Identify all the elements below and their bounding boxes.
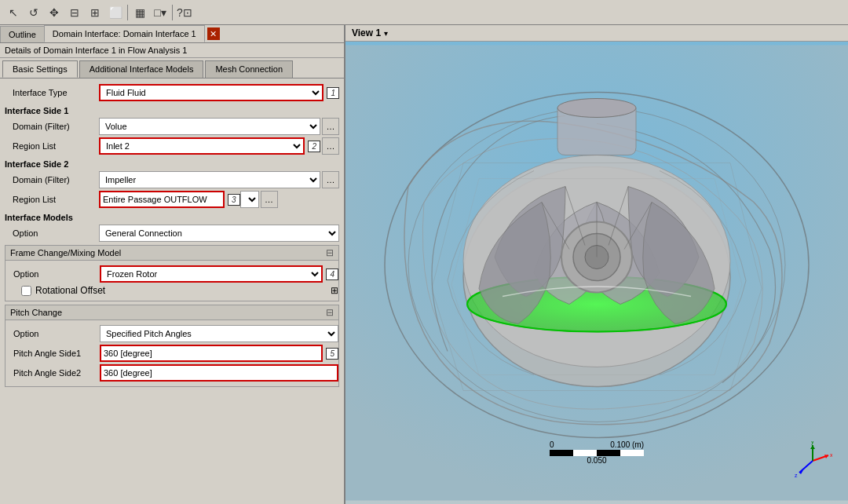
interface-type-label: Interface Type bbox=[13, 88, 99, 97]
frame-change-subsection: Frame Change/Mixing Model ⊟ Option Froze… bbox=[5, 245, 339, 301]
rotational-offset-row: Rotational Offset ⊞ bbox=[5, 285, 338, 296]
frame-change-option-row: Option Frozen Rotor 4 bbox=[5, 265, 338, 283]
rotational-offset-checkbox[interactable] bbox=[21, 286, 31, 296]
pitch-change-content: Option Specified Pitch Angles Pitch Angl… bbox=[5, 320, 338, 386]
axis-indicator: x y z bbox=[793, 441, 832, 480]
side1-region-dots-button[interactable]: … bbox=[322, 137, 339, 155]
interface-type-row: Interface Type Fluid Fluid 1 bbox=[5, 84, 339, 101]
pitch-side2-input[interactable] bbox=[100, 364, 338, 382]
interface-models-section-label: Interface Models bbox=[5, 213, 339, 222]
scale-bar-labels: 0 0.100 (m) bbox=[550, 440, 644, 449]
details-header: Details of Domain Interface 1 in Flow An… bbox=[0, 43, 344, 58]
scale-bar-line bbox=[550, 450, 644, 456]
zoom-fit-button[interactable]: ⬜ bbox=[105, 2, 126, 23]
pitch-side1-row: Pitch Angle Side1 5 bbox=[5, 345, 338, 362]
main-toolbar: ↖ ↺ ✥ ⊟ ⊞ ⬜ ▦ □▾ ?⊡ bbox=[0, 0, 848, 25]
pitch-side1-input[interactable] bbox=[100, 345, 323, 362]
tab-additional-label: Additional Interface Models bbox=[90, 64, 194, 74]
details-header-text: Details of Domain Interface 1 in Flow An… bbox=[5, 46, 187, 55]
view-dropdown-arrow[interactable]: ▾ bbox=[384, 29, 388, 38]
side1-domain-select[interactable]: Volue bbox=[99, 118, 320, 135]
side1-region-badge: 2 bbox=[308, 141, 320, 152]
side1-domain-control: Volue … bbox=[99, 118, 339, 135]
interface-type-control: Fluid Fluid 1 bbox=[99, 84, 339, 101]
svg-text:z: z bbox=[795, 473, 798, 478]
side2-domain-row: Domain (Filter) Impeller … bbox=[5, 171, 339, 188]
side2-region-row: Region List 3 … bbox=[5, 191, 339, 208]
scale-bar-label-right: 0.100 (m) bbox=[610, 440, 644, 449]
pitch-side2-label: Pitch Angle Side2 bbox=[13, 368, 100, 378]
pitch-side1-badge: 5 bbox=[326, 348, 338, 360]
side1-region-row: Region List Inlet 2 2 … bbox=[5, 137, 339, 155]
side2-region-label: Region List bbox=[13, 195, 99, 204]
toolbar-separator-2 bbox=[172, 5, 173, 20]
side2-region-control: 3 … bbox=[99, 191, 339, 208]
frame-change-option-label: Option bbox=[13, 269, 100, 279]
main-area: Outline Domain Interface: Domain Interfa… bbox=[0, 25, 848, 504]
frame-change-label: Frame Change/Mixing Model bbox=[10, 248, 121, 257]
domain-interface-tab-label: Domain Interface: Domain Interface 1 bbox=[53, 29, 196, 38]
tab-basic-settings[interactable]: Basic Settings bbox=[2, 60, 78, 78]
move-tool-button[interactable]: ✥ bbox=[44, 2, 64, 23]
view-label: View 1 bbox=[352, 27, 381, 38]
frame-change-content: Option Frozen Rotor 4 Rotational Offset … bbox=[5, 261, 338, 301]
scale-segment-white2 bbox=[620, 450, 644, 456]
pitch-side1-label: Pitch Angle Side1 bbox=[13, 349, 100, 358]
tab-additional-interface-models[interactable]: Additional Interface Models bbox=[79, 60, 204, 78]
side2-domain-dots-button[interactable]: … bbox=[322, 171, 339, 188]
svg-line-17 bbox=[799, 461, 813, 473]
side2-region-badge: 3 bbox=[228, 194, 240, 206]
frame-change-option-control: Frozen Rotor 4 bbox=[100, 265, 338, 283]
interface-models-option-control: General Connection bbox=[99, 225, 339, 242]
viewport[interactable]: 0 0.100 (m) 0.050 bbox=[345, 42, 848, 504]
rotational-offset-label: Rotational Offset bbox=[35, 285, 105, 296]
view-header: View 1 ▾ bbox=[345, 25, 848, 42]
zoom-out-button[interactable]: ⊟ bbox=[64, 2, 85, 23]
help-button[interactable]: ?⊡ bbox=[174, 2, 195, 23]
pitch-option-select[interactable]: Specified Pitch Angles bbox=[100, 325, 338, 342]
form-content: Interface Type Fluid Fluid 1 Interface S… bbox=[0, 79, 344, 504]
frame-change-badge: 4 bbox=[326, 268, 338, 280]
3d-mesh-svg bbox=[345, 42, 848, 504]
interface-models-option-select[interactable]: General Connection bbox=[99, 225, 339, 242]
rotational-offset-expand[interactable]: ⊞ bbox=[331, 285, 338, 296]
scale-bar-label-bottom: 0.050 bbox=[550, 456, 644, 465]
frame-change-toggle[interactable]: ⊟ bbox=[326, 247, 334, 258]
pitch-option-label: Option bbox=[13, 329, 100, 338]
side1-region-label: Region List bbox=[13, 141, 99, 151]
refresh-button[interactable]: ↺ bbox=[24, 2, 44, 23]
settings-tab-bar: Basic Settings Additional Interface Mode… bbox=[0, 58, 344, 79]
right-panel: View 1 ▾ bbox=[345, 25, 848, 504]
tab-basic-settings-label: Basic Settings bbox=[13, 64, 68, 74]
grid-toggle-button[interactable]: ▦ bbox=[130, 2, 150, 23]
side1-domain-row: Domain (Filter) Volue … bbox=[5, 118, 339, 135]
pitch-change-label: Pitch Change bbox=[10, 308, 62, 317]
side2-domain-select[interactable]: Impeller bbox=[99, 171, 320, 188]
side1-region-select[interactable]: Inlet 2 bbox=[99, 137, 305, 155]
scale-segment-black1 bbox=[550, 450, 573, 456]
panel-tab-bar: Outline Domain Interface: Domain Interfa… bbox=[0, 25, 344, 43]
zoom-in-button[interactable]: ⊞ bbox=[85, 2, 105, 23]
interface-models-option-row: Option General Connection bbox=[5, 225, 339, 242]
tab-mesh-connection[interactable]: Mesh Connection bbox=[205, 60, 293, 78]
interface-type-badge: 1 bbox=[327, 87, 339, 99]
scale-bar-label-left: 0 bbox=[550, 440, 554, 449]
side2-region-select[interactable] bbox=[240, 191, 259, 208]
pitch-side2-row: Pitch Angle Side2 bbox=[5, 364, 338, 382]
side1-domain-label: Domain (Filter) bbox=[13, 122, 99, 131]
display-mode-button[interactable]: □▾ bbox=[150, 2, 170, 23]
outline-tab[interactable]: Outline bbox=[0, 26, 45, 42]
side1-domain-dots-button[interactable]: … bbox=[322, 118, 339, 135]
side2-region-dots-button[interactable]: … bbox=[261, 191, 278, 208]
side2-region-input[interactable] bbox=[99, 191, 225, 208]
pitch-change-toggle[interactable]: ⊟ bbox=[326, 307, 334, 318]
interface-side2-label: Interface Side 2 bbox=[5, 159, 339, 169]
cursor-tool-button[interactable]: ↖ bbox=[3, 2, 24, 23]
side1-region-control: Inlet 2 2 … bbox=[99, 137, 339, 155]
left-panel: Outline Domain Interface: Domain Interfa… bbox=[0, 25, 345, 504]
interface-type-select[interactable]: Fluid Fluid bbox=[99, 84, 323, 101]
close-panel-button[interactable]: ✕ bbox=[207, 27, 220, 40]
frame-change-option-select[interactable]: Frozen Rotor bbox=[100, 265, 323, 283]
domain-interface-tab[interactable]: Domain Interface: Domain Interface 1 bbox=[44, 25, 205, 42]
interface-models-option-label: Option bbox=[13, 228, 99, 238]
